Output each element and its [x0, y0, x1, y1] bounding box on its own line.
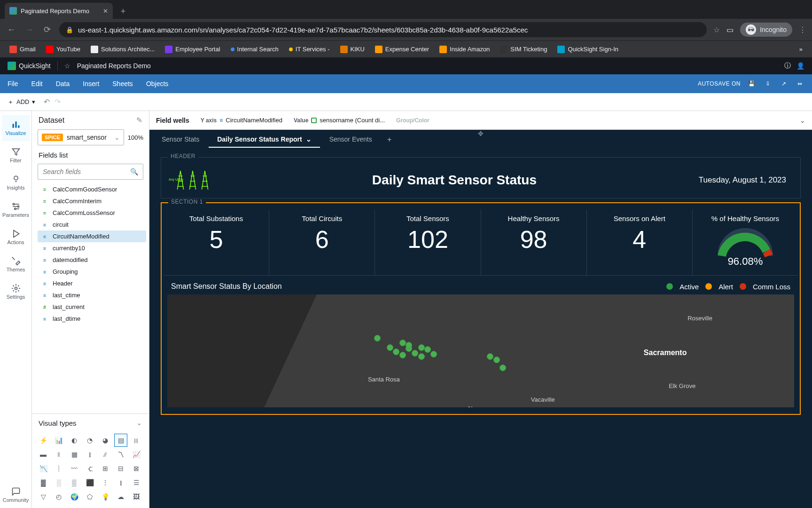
incognito-badge[interactable]: 🕶 Incognito: [740, 23, 792, 37]
kpi-2[interactable]: Total Sensors102: [375, 210, 481, 275]
add-button[interactable]: ＋ ADD ▾: [8, 98, 35, 106]
visual-type-16[interactable]: 〰: [68, 462, 81, 475]
forward-button[interactable]: →: [23, 24, 35, 35]
sensor-dot[interactable]: [387, 344, 393, 351]
visual-type-31[interactable]: ⬠: [83, 490, 96, 503]
export-icon[interactable]: ⇩: [763, 79, 773, 88]
field-well-yaxis[interactable]: Y axis ≡ CircuitNameModified: [201, 117, 282, 124]
visual-type-20[interactable]: ⊠: [130, 462, 143, 475]
visual-type-12[interactable]: 〽: [114, 448, 127, 461]
field-last_dtime[interactable]: ≡last_dtime: [38, 313, 146, 325]
menu-objects[interactable]: Objects: [146, 80, 168, 87]
sheet-tab-daily-report[interactable]: Daily Sensor Status Report⌄: [209, 132, 320, 148]
user-icon[interactable]: 👤: [796, 62, 804, 70]
visual-type-34[interactable]: 🖼: [130, 490, 143, 503]
dataset-selector[interactable]: SPICE smart_sensor ⌄: [38, 129, 124, 145]
visual-type-11[interactable]: ⫽: [99, 448, 112, 461]
rail-actions[interactable]: Actions: [2, 224, 30, 250]
field-well-value[interactable]: Value sensorname (Count di...: [294, 117, 385, 124]
sensor-dot[interactable]: [493, 357, 500, 363]
visual-type-13[interactable]: 📈: [130, 448, 143, 461]
visual-type-21[interactable]: ▓: [37, 476, 50, 489]
visual-type-27[interactable]: ☰: [130, 476, 143, 489]
visual-type-8[interactable]: ⦀: [52, 448, 65, 461]
redo-button[interactable]: ↷: [55, 97, 61, 106]
undo-button[interactable]: ↶: [44, 97, 50, 106]
field-Grouping[interactable]: ≡Grouping: [38, 266, 146, 278]
chevron-down-icon[interactable]: ⌄: [136, 419, 142, 427]
menu-sheets[interactable]: Sheets: [112, 80, 133, 87]
visual-type-15[interactable]: ⦚: [52, 462, 65, 475]
visual-type-10[interactable]: ⫿: [83, 448, 96, 461]
drag-handle-icon[interactable]: ✥: [478, 130, 484, 137]
kpi-1[interactable]: Total Circuits6: [269, 210, 375, 275]
kpi-3[interactable]: Healthy Sensors98: [481, 210, 587, 275]
visual-type-6[interactable]: ⫼: [130, 434, 143, 447]
visual-type-18[interactable]: ⊞: [99, 462, 112, 475]
chevron-down-icon[interactable]: ⌄: [306, 135, 312, 143]
field-datemodified[interactable]: ≡datemodified: [38, 254, 146, 266]
field-CalcCommGoodSensor[interactable]: =CalcCommGoodSensor: [38, 183, 146, 195]
kpi-4[interactable]: Sensors on Alert4: [587, 210, 693, 275]
visual-type-30[interactable]: 🌍: [68, 490, 81, 503]
visual-type-3[interactable]: ◔: [83, 434, 96, 447]
sensor-dot[interactable]: [500, 365, 506, 371]
menu-data[interactable]: Data: [56, 80, 70, 87]
fit-icon[interactable]: ⇔: [795, 79, 804, 88]
visual-type-0[interactable]: ⚡: [37, 434, 50, 447]
add-sheet-button[interactable]: +: [382, 132, 398, 148]
visual-type-22[interactable]: ░: [52, 476, 65, 489]
visual-type-2[interactable]: ◐: [68, 434, 81, 447]
field-Header[interactable]: ≡Header: [38, 278, 146, 289]
address-bar[interactable]: 🔒 us-east-1.quicksight.aws.amazon.com/sn…: [59, 22, 707, 37]
sensor-dot[interactable]: [399, 340, 406, 346]
panel-icon[interactable]: ▭: [726, 25, 734, 34]
visual-type-26[interactable]: ⫿: [114, 476, 127, 489]
bookmark-solutions[interactable]: Solutions Architec...: [87, 44, 158, 55]
back-button[interactable]: ←: [6, 24, 17, 35]
visual-type-7[interactable]: ▬: [37, 448, 50, 461]
rail-settings[interactable]: Settings: [2, 278, 30, 305]
rail-insights[interactable]: Insights: [2, 169, 30, 196]
kpi-0[interactable]: Total Substations5: [164, 210, 269, 275]
share-icon[interactable]: ↗: [779, 79, 789, 88]
save-icon[interactable]: 💾: [747, 79, 757, 88]
visual-type-14[interactable]: 📉: [37, 462, 50, 475]
menu-file[interactable]: File: [8, 80, 18, 87]
sensor-dot[interactable]: [412, 350, 418, 357]
menu-edit[interactable]: Edit: [31, 80, 43, 87]
browser-tab[interactable]: Paginated Reports Demo ✕: [5, 3, 113, 19]
map-visual[interactable]: RosevilleSacramentoSanta RosaElk GroveVa…: [167, 294, 794, 407]
sensor-dot[interactable]: [406, 342, 412, 349]
bookmark-youtube[interactable]: YouTube: [42, 44, 84, 55]
visual-type-4[interactable]: ◕: [99, 434, 112, 447]
rail-parameters[interactable]: Parameters: [2, 197, 30, 223]
visual-type-5[interactable]: ▤: [114, 434, 127, 447]
bookmark-employee-portal[interactable]: Employee Portal: [161, 44, 224, 55]
close-tab-icon[interactable]: ✕: [103, 8, 108, 15]
field-well-group[interactable]: Group/Color: [396, 117, 429, 124]
rail-themes[interactable]: Themes: [2, 251, 30, 278]
sheet-tab-sensor-events[interactable]: Sensor Events: [321, 132, 381, 148]
star-icon[interactable]: ☆: [64, 62, 70, 70]
visual-type-23[interactable]: ▒: [68, 476, 81, 489]
sensor-dot[interactable]: [418, 344, 425, 351]
visual-type-28[interactable]: ▽: [37, 490, 50, 503]
visual-type-32[interactable]: 💡: [99, 490, 112, 503]
visual-type-19[interactable]: ⊟: [114, 462, 127, 475]
bookmark-kiku[interactable]: KIKU: [336, 44, 368, 55]
bookmark-gmail[interactable]: Gmail: [6, 44, 39, 55]
visual-type-25[interactable]: ⋮: [99, 476, 112, 489]
bookmark-inside-amazon[interactable]: Inside Amazon: [436, 44, 493, 55]
field-last_current[interactable]: #last_current: [38, 301, 146, 313]
field-CalcCommLossSensor[interactable]: =CalcCommLossSensor: [38, 207, 146, 219]
field-currentby10[interactable]: ≡currentby10: [38, 242, 146, 254]
visual-type-1[interactable]: 📊: [52, 434, 65, 447]
field-last_ctime[interactable]: ≡last_ctime: [38, 289, 146, 301]
fields-list[interactable]: =CalcCommGoodSensor=CalcCommInterim=Calc…: [32, 183, 149, 413]
menu-insert[interactable]: Insert: [83, 80, 99, 87]
rail-visualize[interactable]: Visualize: [2, 115, 30, 141]
bookmark-quicksight-signin[interactable]: QuickSight Sign-In: [554, 44, 622, 55]
visual-type-33[interactable]: ☁: [114, 490, 127, 503]
sensor-dot[interactable]: [399, 352, 406, 358]
